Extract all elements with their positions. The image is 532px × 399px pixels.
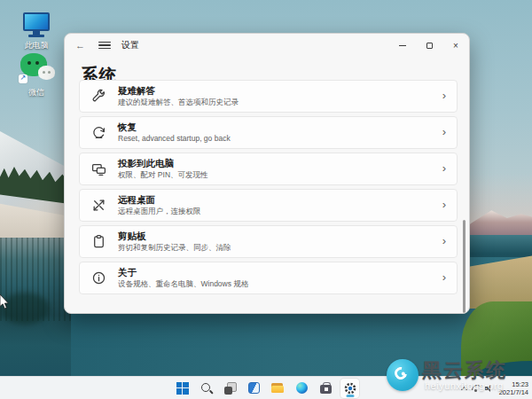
window-titlebar: ← 设置 × [65, 34, 469, 57]
start-button[interactable] [173, 379, 192, 398]
settings-item-subtitle: Reset, advanced startup, go back [118, 134, 231, 144]
settings-item-title: 疑难解答 [118, 85, 239, 97]
chevron-right-icon: › [442, 199, 446, 212]
back-button[interactable]: ← [75, 40, 91, 51]
widgets-button[interactable] [245, 379, 263, 398]
settings-item-remote-desktop[interactable]: 远程桌面 远程桌面用户，连接权限 › [79, 189, 458, 222]
chevron-right-icon: › [442, 126, 446, 139]
info-icon [91, 270, 106, 286]
wrench-icon [91, 89, 106, 104]
settings-item-title: 恢复 [118, 121, 231, 133]
clipboard-icon [91, 234, 106, 249]
window-controls: × [389, 34, 469, 57]
window-title: 设置 [121, 39, 139, 51]
wechat-icon [17, 53, 56, 85]
settings-item-subtitle: 设备规格、重命名电脑、Windows 规格 [118, 279, 248, 289]
settings-item-title: 关于 [118, 267, 248, 278]
settings-item-title: 剪贴板 [118, 231, 231, 242]
hamburger-icon[interactable] [98, 42, 111, 50]
chevron-right-icon: › [442, 162, 446, 176]
chevron-right-icon: › [442, 271, 446, 285]
recovery-icon [91, 125, 106, 140]
settings-item-troubleshoot[interactable]: 疑难解答 建议的疑难解答、首选项和历史记录 › [79, 80, 458, 113]
watermark: 黑云系统 heiyunxitong.org [387, 356, 532, 397]
cloud-logo-icon [387, 359, 419, 391]
settings-list: 疑难解答 建议的疑难解答、首选项和历史记录 › 恢复 Reset, advanc… [79, 80, 458, 298]
settings-window: ← 设置 × 系统 疑难解答 建议的疑难解答、首选项和历史记录 › [64, 33, 470, 314]
settings-item-subtitle: 权限、配对 PIN、可发现性 [118, 170, 208, 180]
scrollbar-thumb[interactable] [463, 220, 466, 313]
desktop-icon-this-pc[interactable]: 此电脑 [11, 12, 62, 51]
task-view-icon [224, 382, 237, 395]
microsoft-store-button[interactable] [317, 379, 335, 398]
taskbar-search-button[interactable] [197, 379, 215, 398]
desktop-icon-label: 此电脑 [25, 40, 49, 51]
file-explorer-button[interactable] [269, 379, 287, 398]
maximize-button[interactable] [416, 34, 442, 57]
chevron-right-icon: › [442, 235, 446, 248]
settings-item-subtitle: 剪切和复制历史记录、同步、清除 [118, 243, 231, 253]
desktop-icon-wechat[interactable]: 微信 [11, 53, 62, 98]
task-view-button[interactable] [221, 379, 239, 398]
widgets-icon [248, 382, 260, 394]
settings-item-recovery[interactable]: 恢复 Reset, advanced startup, go back › [79, 116, 458, 149]
settings-taskbar-button[interactable] [340, 379, 359, 398]
settings-item-projecting[interactable]: 投影到此电脑 权限、配对 PIN、可发现性 › [79, 153, 458, 185]
settings-item-title: 投影到此电脑 [118, 158, 208, 169]
close-button[interactable]: × [442, 34, 469, 57]
shortcut-arrow-icon [19, 74, 27, 83]
settings-item-clipboard[interactable]: 剪贴板 剪切和复制历史记录、同步、清除 › [79, 225, 458, 258]
minimize-icon [399, 45, 406, 46]
settings-item-subtitle: 建议的疑难解答、首选项和历史记录 [118, 98, 239, 107]
computer-icon [21, 12, 51, 38]
settings-item-about[interactable]: 关于 设备规格、重命名电脑、Windows 规格 › [79, 262, 458, 294]
minimize-button[interactable] [389, 34, 416, 57]
settings-item-subtitle: 远程桌面用户，连接权限 [118, 207, 201, 216]
store-icon [320, 382, 332, 394]
gear-icon [343, 381, 357, 395]
edge-button[interactable] [293, 379, 311, 398]
remote-desktop-icon [91, 198, 106, 213]
desktop[interactable]: 此电脑 微信 ← 设置 × 系统 [0, 0, 532, 399]
mouse-cursor [0, 294, 9, 313]
windows-logo-icon [176, 382, 189, 395]
projection-icon [91, 161, 106, 176]
chevron-right-icon: › [442, 90, 446, 103]
maximize-icon [426, 43, 433, 49]
edge-icon [296, 382, 308, 394]
search-icon [200, 382, 212, 394]
taskbar-center-icons [173, 379, 359, 398]
watermark-url: heiyunxitong.org [425, 380, 504, 391]
folder-icon [271, 382, 285, 394]
settings-item-title: 远程桌面 [118, 194, 201, 206]
desktop-icon-label: 微信 [28, 87, 44, 98]
